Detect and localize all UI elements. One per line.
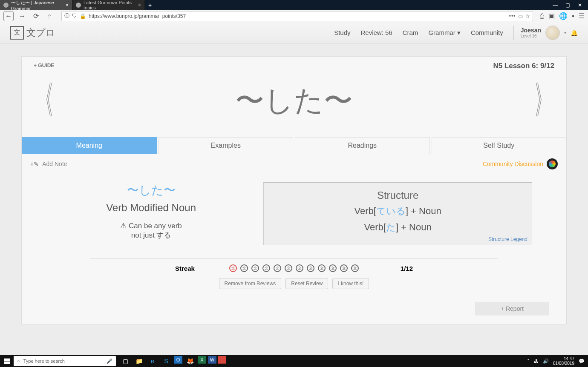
maximize-button[interactable]: ▢ [565, 2, 570, 8]
task-view-icon[interactable]: ▢ [119, 356, 131, 366]
excel-icon[interactable]: X [198, 356, 206, 364]
discussion-icon [547, 158, 558, 169]
minimize-button[interactable]: — [553, 2, 558, 8]
community-discussion-link[interactable]: Community Discussion [483, 158, 558, 169]
tab-examples[interactable]: Examples [159, 137, 294, 154]
menu-icon[interactable]: ☰ [579, 12, 585, 20]
add-note-button[interactable]: Add Note [42, 161, 67, 167]
streak-dot: 文 [318, 264, 326, 272]
report-button[interactable]: + Report [475, 302, 549, 315]
tray-time: 14:47 [553, 356, 574, 361]
note-row: +✎ Add Note Community Discussion [22, 154, 566, 174]
streak-dot: 文 [240, 264, 248, 272]
tab-selfstudy[interactable]: Self Study [432, 137, 567, 154]
firefox-icon[interactable]: 🦊 [184, 356, 196, 366]
chevron-down-icon[interactable]: ▾ [564, 30, 566, 35]
page-body: + GUIDE N5 Lesson 6: 9/12 《 〜した〜 》 Meani… [0, 43, 588, 355]
i-know-this-button[interactable]: I know this! [332, 278, 369, 289]
word-icon[interactable]: W [208, 356, 216, 364]
tab-readings[interactable]: Readings [295, 137, 430, 154]
browser-tab[interactable]: Latest Grammar Points topics × [72, 0, 145, 10]
tray-chevron-icon[interactable]: ˄ [527, 358, 530, 364]
streak-dot: 文 [285, 264, 292, 272]
structure-legend-link[interactable]: Structure Legend [488, 236, 527, 242]
reset-review-button[interactable]: Reset Review [285, 278, 328, 289]
content-tabs: Meaning Examples Readings Self Study [22, 137, 566, 154]
reload-button[interactable]: ⟳ [31, 11, 41, 21]
new-tab-button[interactable]: + [145, 0, 155, 10]
lesson-label: N5 Lesson 6: 9/12 [493, 62, 554, 70]
start-button[interactable] [0, 358, 14, 364]
browser-tabs: 〜した〜 | Japanese Grammar × Latest Grammar… [0, 0, 547, 10]
close-button[interactable]: ✕ [578, 2, 582, 8]
sidebar-icon[interactable]: ▣ [548, 12, 555, 20]
tab-close-icon[interactable]: × [66, 2, 69, 8]
grammar-english: Verb Modified Noun [56, 202, 246, 214]
cortana-mic-icon[interactable]: 🎤 [107, 358, 112, 364]
meaning-content: 〜した〜 Verb Modified Noun ⚠ Can be any ver… [22, 174, 566, 249]
tab-meaning[interactable]: Meaning [22, 137, 157, 154]
tray-volume-icon[interactable]: 🔊 [543, 358, 549, 364]
reader-icon[interactable]: ▭ [518, 13, 523, 19]
url-text: https://www.bunpro.jp/grammar_points/357 [89, 13, 507, 19]
site-logo[interactable]: 文 文プロ [10, 26, 55, 40]
remove-from-reviews-button[interactable]: Remove from Reviews [219, 278, 282, 289]
logo-text: 文プロ [26, 26, 55, 39]
user-section[interactable]: Joesan Level 16 ▾ 🔔 [513, 26, 578, 40]
streak-dot: 文 [296, 264, 303, 272]
chevron-down-icon: ▾ [457, 29, 461, 36]
forward-button[interactable]: → [17, 11, 27, 21]
logo-mark-icon: 文 [10, 26, 24, 40]
extension-icon[interactable]: ▪ [572, 12, 574, 20]
skype-icon[interactable]: S [160, 356, 172, 366]
url-bar[interactable]: ⓘ ⛉ 🔒 https://www.bunpro.jp/grammar_poin… [61, 11, 533, 21]
info-icon[interactable]: ⓘ [64, 12, 69, 20]
tab-title: 〜した〜 | Japanese Grammar [11, 0, 61, 11]
add-note-icon[interactable]: +✎ [30, 161, 39, 167]
nav-cram[interactable]: Cram [403, 29, 418, 36]
shield-icon[interactable]: ⛉ [72, 13, 77, 19]
ie-icon[interactable]: e [147, 356, 159, 366]
nav-grammar[interactable]: Grammar ▾ [428, 29, 461, 37]
review-buttons: Remove from Reviews Reset Review I know … [22, 275, 566, 298]
search-icon: ○ [17, 358, 20, 364]
main-nav: Study Review: 56 Cram Grammar ▾ Communit… [334, 29, 503, 37]
tab-close-icon[interactable]: × [138, 2, 141, 8]
structure-title: Structure [272, 189, 523, 201]
bookmark-icon[interactable]: ☆ [525, 13, 530, 19]
avatar[interactable] [545, 26, 560, 40]
note-line-2: not just する [56, 231, 246, 240]
url-actions-icon[interactable]: ••• [509, 13, 516, 19]
tray-clock[interactable]: 14:47 01/08/2019 [553, 356, 574, 366]
structure-line-1: Verb[ている] + Noun [272, 205, 523, 218]
tab-favicon-icon [76, 3, 81, 8]
nav-review[interactable]: Review: 56 [361, 29, 392, 36]
streak-dot: 文 [351, 264, 359, 272]
prev-grammar-button[interactable]: 《 [38, 75, 53, 127]
outlook-icon[interactable]: O [174, 356, 182, 364]
meaning-summary: 〜した〜 Verb Modified Noun ⚠ Can be any ver… [56, 182, 246, 245]
streak-dot: 文 [340, 264, 348, 272]
window-controls: — ▢ ✕ [547, 2, 588, 8]
streak-dot: 文 [307, 264, 314, 272]
extension-icon[interactable]: 🌐 [559, 12, 568, 20]
tray-network-icon[interactable]: 🖧 [534, 358, 539, 364]
grammar-note: ⚠ Can be any verb not just する [56, 221, 246, 240]
browser-tab-active[interactable]: 〜した〜 | Japanese Grammar × [0, 0, 72, 10]
notifications-icon[interactable]: 🔔 [571, 29, 578, 36]
next-grammar-button[interactable]: 》 [535, 75, 550, 127]
back-button[interactable]: ← [3, 11, 14, 21]
streak-dot: 文 [251, 264, 259, 272]
lock-icon: 🔒 [80, 13, 86, 19]
system-tray: ˄ 🖧 🔊 14:47 01/08/2019 💬 [527, 356, 588, 366]
home-button[interactable]: ⌂ [44, 11, 55, 21]
file-explorer-icon[interactable]: 📁 [133, 356, 145, 366]
tray-notifications-icon[interactable]: 💬 [579, 358, 585, 364]
window-titlebar: 〜した〜 | Japanese Grammar × Latest Grammar… [0, 0, 588, 10]
guide-toggle[interactable]: + GUIDE [34, 63, 554, 69]
taskbar-search[interactable]: ○ Type here to search 🎤 [14, 356, 116, 366]
library-icon[interactable]: ⎙ [540, 12, 544, 20]
nav-community[interactable]: Community [471, 29, 503, 36]
app-icon[interactable] [218, 356, 226, 364]
nav-study[interactable]: Study [334, 29, 350, 36]
